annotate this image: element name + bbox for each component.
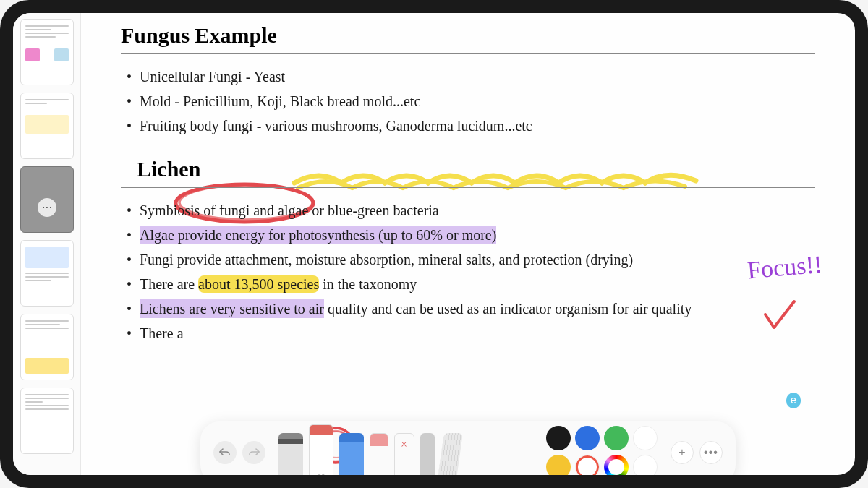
crayon-tool[interactable] bbox=[370, 433, 388, 475]
page-thumbnail-current[interactable]: • • • bbox=[20, 166, 74, 233]
screen: • • • Fungus Example bbox=[13, 13, 855, 475]
color-swatch-empty[interactable] bbox=[633, 426, 658, 450]
undo-icon bbox=[219, 447, 231, 458]
eraser-tool[interactable] bbox=[394, 433, 414, 475]
divider bbox=[121, 187, 815, 188]
drawing-toolbar: 80 bbox=[200, 421, 736, 475]
tool-group: 80 bbox=[278, 421, 459, 475]
page-thumbnail[interactable] bbox=[20, 314, 74, 380]
color-picker-button[interactable] bbox=[604, 455, 629, 475]
color-swatch-blue[interactable] bbox=[575, 426, 600, 450]
page-content[interactable]: Fungus Example Unicellular Fungi - Yeast… bbox=[81, 13, 855, 475]
bullet-list-fungus: Unicellular Fungi - Yeast Mold - Penicil… bbox=[125, 64, 815, 138]
color-swatch-green[interactable] bbox=[604, 426, 629, 450]
bullet-item: Lichens are very sensitive to air qualit… bbox=[125, 296, 815, 321]
page-thumbnail[interactable] bbox=[20, 240, 74, 307]
bullet-list-lichen: Symbiosis of fungi and algae or blue-gre… bbox=[125, 198, 815, 346]
ruler-tool[interactable] bbox=[437, 433, 463, 475]
bullet-item: Symbiosis of fungi and algae or blue-gre… bbox=[125, 198, 815, 223]
marker-opacity-label: 80 bbox=[310, 474, 333, 475]
bullet-item: Algae provide energy for photosynthesis … bbox=[125, 223, 815, 247]
section-heading-lichen: Lichen bbox=[121, 157, 200, 181]
more-button[interactable]: ••• bbox=[699, 441, 723, 464]
bullet-item: Fruiting body fungi - various mushrooms,… bbox=[125, 114, 815, 138]
redo-icon bbox=[248, 447, 260, 458]
color-swatch-yellow[interactable] bbox=[546, 455, 571, 475]
divider bbox=[121, 53, 815, 54]
page-thumbnail[interactable] bbox=[20, 388, 74, 454]
bullet-item: Fungi provide attachment, moisture absor… bbox=[125, 247, 815, 272]
bullet-item: There a bbox=[125, 321, 815, 346]
pencil-tool[interactable] bbox=[278, 433, 303, 475]
undo-button[interactable] bbox=[213, 441, 237, 464]
blue-chip-partial[interactable]: e bbox=[786, 393, 801, 408]
add-button[interactable]: + bbox=[671, 441, 694, 464]
page-thumbnails-sidebar[interactable]: • • • bbox=[13, 13, 81, 475]
pen-tool[interactable] bbox=[339, 433, 364, 475]
redo-button[interactable] bbox=[242, 441, 265, 464]
color-swatch-black[interactable] bbox=[546, 426, 571, 450]
color-swatch-empty[interactable] bbox=[633, 455, 658, 475]
cutter-tool[interactable] bbox=[420, 433, 435, 475]
red-checkmark-annotation bbox=[761, 299, 797, 335]
color-swatch-red-selected[interactable] bbox=[575, 455, 600, 475]
page-thumbnail[interactable] bbox=[20, 93, 74, 159]
color-palette bbox=[546, 426, 658, 475]
marker-tool-selected[interactable]: 80 bbox=[309, 424, 333, 475]
tablet-frame: • • • Fungus Example bbox=[0, 0, 868, 488]
bullet-item: There are about 13,500 species in the ta… bbox=[125, 272, 815, 296]
bullet-item: Mold - Penicillium, Koji, Black bread mo… bbox=[125, 89, 815, 114]
bullet-item: Unicellular Fungi - Yeast bbox=[125, 64, 815, 89]
section-heading-fungus: Fungus Example bbox=[121, 23, 277, 48]
page-thumbnail[interactable] bbox=[20, 19, 74, 85]
